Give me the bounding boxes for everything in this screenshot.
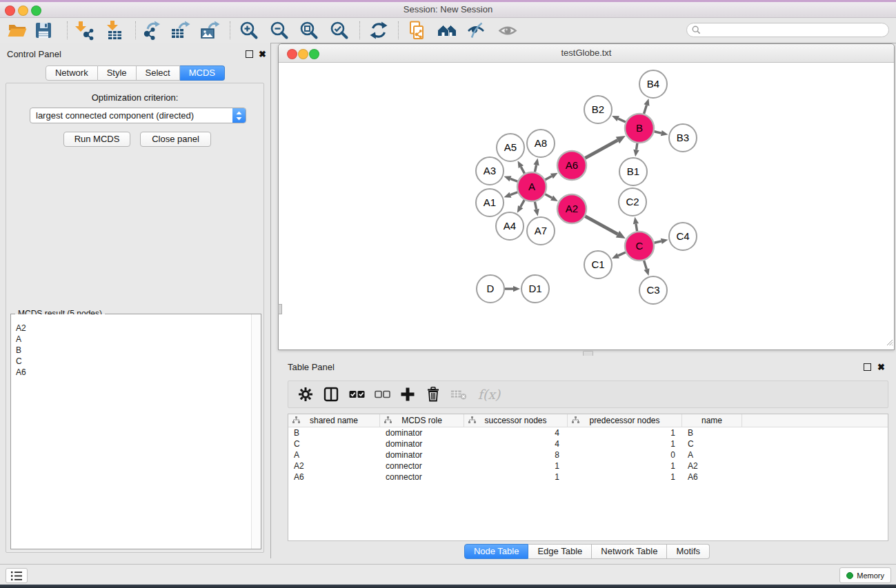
table-cell: A2: [682, 461, 742, 471]
column-header-mcds-role[interactable]: MCDS role: [380, 414, 464, 427]
table-tab-node-table[interactable]: Node Table: [464, 544, 529, 559]
float-panel-icon[interactable]: [864, 363, 871, 371]
table-cell: 1: [568, 439, 682, 449]
zoom-in-button[interactable]: [239, 20, 259, 41]
edge-C-C2[interactable]: [636, 224, 637, 232]
mcds-result-item[interactable]: A6: [11, 367, 261, 378]
import-table-button[interactable]: [104, 20, 125, 41]
select-all-button[interactable]: [348, 386, 365, 403]
edge-A-A7[interactable]: [535, 202, 536, 210]
table-settings-button[interactable]: [297, 386, 314, 403]
open-session-button[interactable]: [7, 20, 28, 41]
window-resize-grip[interactable]: [884, 336, 893, 349]
column-header-name[interactable]: name: [682, 414, 742, 427]
table-row[interactable]: A2connector11A2: [288, 460, 888, 472]
zoom-fit-button[interactable]: [299, 20, 319, 41]
tab-select[interactable]: Select: [137, 65, 180, 81]
table-row[interactable]: A6connector11A6: [288, 472, 888, 483]
app-titlebar: Session: New Session: [0, 2, 896, 18]
tab-style[interactable]: Style: [98, 65, 137, 81]
close-panel-icon[interactable]: ✖: [877, 363, 885, 372]
memory-button[interactable]: Memory: [839, 567, 891, 583]
show-hide-button[interactable]: [497, 20, 518, 41]
column-header-successor-nodes[interactable]: successor nodes: [464, 414, 568, 427]
edge-C-C3[interactable]: [644, 261, 647, 269]
task-history-button[interactable]: [6, 568, 28, 583]
create-column-button[interactable]: [399, 386, 416, 403]
edge-B-B2[interactable]: [618, 119, 626, 122]
edge-C-C4[interactable]: [654, 241, 661, 243]
optimization-criterion-dropdown[interactable]: largest connected component (directed): [30, 108, 246, 123]
show-column-button[interactable]: [323, 386, 339, 403]
export-table-button[interactable]: [170, 20, 190, 41]
edge-A6-B[interactable]: [585, 140, 617, 158]
table-tab-motifs[interactable]: Motifs: [667, 544, 710, 559]
search-field[interactable]: [686, 23, 889, 37]
table-tab-edge-table[interactable]: Edge Table: [528, 544, 592, 559]
close-traffic-light[interactable]: [287, 49, 297, 59]
edge-A-A6[interactable]: [545, 176, 551, 180]
edge-C-C1[interactable]: [618, 252, 626, 256]
hide-details-eye-icon: [466, 20, 487, 41]
edge-A-A5[interactable]: [521, 167, 524, 174]
mcds-result-item[interactable]: A2: [11, 323, 261, 334]
edge-B-B1[interactable]: [637, 143, 637, 150]
home-button[interactable]: [437, 20, 457, 41]
tab-network[interactable]: Network: [46, 65, 98, 81]
table-row[interactable]: Adominator80A: [288, 449, 888, 460]
import-network-button[interactable]: [73, 20, 94, 41]
network-window-titlebar[interactable]: testGlobe.txt: [279, 44, 894, 63]
table-tab-network-table[interactable]: Network Table: [592, 544, 667, 559]
save-floppy-icon: [33, 20, 54, 41]
table-row[interactable]: Cdominator41C: [288, 438, 888, 449]
close-panel-button[interactable]: Close panel: [140, 132, 211, 147]
list-scrollbar[interactable]: [251, 314, 261, 549]
toggle-graphics-details-button[interactable]: [466, 20, 487, 41]
search-input[interactable]: [704, 24, 888, 36]
minimize-traffic-light[interactable]: [18, 6, 28, 16]
edge-A2-C[interactable]: [585, 216, 617, 234]
table-row[interactable]: Bdominator41B: [288, 427, 888, 438]
mcds-result-item[interactable]: C: [11, 356, 261, 367]
mcds-result-list[interactable]: A2ABCA6: [11, 314, 261, 549]
function-builder-button-disabled[interactable]: f(x): [476, 386, 502, 403]
network-canvas[interactable]: B4B2BB3A5A8A6A3B1AA1C2A2A4A7C4CC1C3DD1: [279, 63, 894, 349]
edge-B-B3[interactable]: [654, 132, 661, 133]
zoom-traffic-light[interactable]: [31, 6, 41, 16]
zoom-out-button[interactable]: [269, 20, 290, 41]
zoom-selected-button[interactable]: [329, 20, 350, 41]
float-panel-icon[interactable]: [246, 50, 253, 58]
close-traffic-light[interactable]: [5, 6, 15, 16]
delete-column-button[interactable]: [425, 386, 441, 403]
export-image-button[interactable]: [199, 20, 220, 41]
close-panel-icon[interactable]: ✖: [259, 50, 266, 59]
column-header-predecessor-nodes[interactable]: predecessor nodes: [568, 414, 682, 427]
clone-network-button[interactable]: [407, 20, 428, 41]
open-folder-icon: [7, 20, 28, 41]
column-header-shared-name[interactable]: shared name: [288, 414, 380, 427]
edge-A-A4[interactable]: [521, 200, 525, 207]
memory-status-icon: [846, 572, 853, 579]
edge-A-A2[interactable]: [545, 194, 552, 198]
edge-A-A1[interactable]: [510, 192, 517, 195]
mcds-result-item[interactable]: B: [11, 345, 261, 356]
zoom-traffic-light[interactable]: [309, 49, 319, 59]
destroy-table-button-disabled[interactable]: [450, 386, 467, 403]
save-session-button[interactable]: [33, 20, 54, 41]
network-graph[interactable]: B4B2BB3A5A8A6A3B1AA1C2A2A4A7C4CC1C3DD1: [279, 63, 894, 349]
mcds-result-item[interactable]: A: [11, 334, 261, 345]
refresh-button[interactable]: [368, 20, 389, 41]
export-network-button[interactable]: [141, 20, 161, 41]
edge-A-A8[interactable]: [535, 165, 536, 172]
splitter-grip-vertical[interactable]: [278, 304, 282, 314]
edge-B-B4[interactable]: [644, 105, 647, 114]
edge-A-A3[interactable]: [510, 179, 517, 181]
node-label-C3: C3: [646, 284, 659, 296]
minimize-traffic-light[interactable]: [298, 49, 308, 59]
table-cell: C: [288, 439, 380, 449]
node-label-A4: A4: [504, 220, 516, 232]
run-mcds-button[interactable]: Run MCDS: [63, 132, 130, 147]
tab-mcds[interactable]: MCDS: [180, 65, 225, 81]
deselect-all-button[interactable]: [374, 386, 390, 403]
clone-network-icon: [407, 20, 428, 41]
